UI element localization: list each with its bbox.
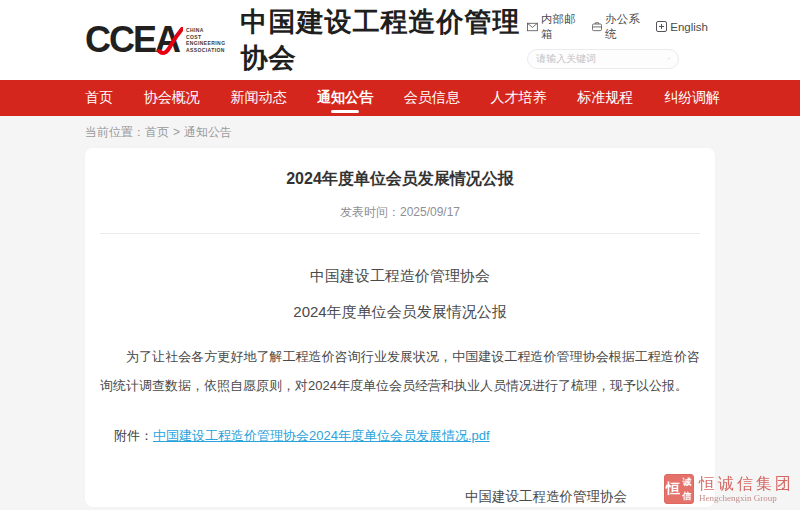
search-input[interactable] [536, 53, 668, 64]
internal-mail-link[interactable]: 内部邮箱 [527, 12, 579, 42]
nav-item-standards[interactable]: 标准规程 [577, 80, 633, 116]
internal-mail-label: 内部邮箱 [541, 12, 579, 42]
article-meta: 发表时间：2025/09/17 [100, 204, 700, 221]
attachment-label: 附件： [114, 428, 153, 443]
document-heading-org: 中国建设工程造价管理协会 [100, 267, 700, 286]
nav-item-notices[interactable]: 通知公告 [317, 80, 373, 116]
search-icon[interactable] [668, 52, 670, 65]
article-card: 2024年度单位会员发展情况公报 发表时间：2025/09/17 中国建设工程造… [85, 148, 715, 507]
seal-char-top: 诚 [683, 478, 692, 487]
attachment-pdf-link[interactable]: 中国建设工程造价管理协会2024年度单位会员发展情况.pdf [153, 428, 490, 443]
english-link[interactable]: English [656, 21, 708, 33]
briefcase-icon [592, 21, 602, 32]
seal-char-bottom: 信 [683, 492, 692, 501]
site-header: CCEA CHINA COST ENGINEERING ASSOCIATION … [0, 0, 800, 80]
logo-swoosh-icon [157, 27, 183, 57]
english-label: English [670, 21, 708, 33]
nav-item-association-overview[interactable]: 协会概况 [144, 80, 200, 116]
logo-acronym: CCEA [85, 22, 179, 58]
nav-item-news[interactable]: 新闻动态 [230, 80, 286, 116]
meta-divider [100, 233, 700, 234]
nav-item-dispute-mediation[interactable]: 纠纷调解 [664, 80, 720, 116]
breadcrumb-home-link[interactable]: 首页 [145, 125, 169, 139]
seal-char-main: 恒 [666, 480, 680, 498]
utility-links: 内部邮箱 办公系统 English [527, 12, 708, 42]
office-system-link[interactable]: 办公系统 [592, 12, 643, 42]
main-nav: 首页 协会概况 新闻动态 通知公告 会员信息 人才培养 标准规程 纠纷调解 [0, 80, 800, 116]
nav-item-home[interactable]: 首页 [85, 80, 113, 116]
watermark-text: 恒诚信集团 Hengchengxin Group [699, 475, 794, 503]
hengchengxin-seal-icon: 恒 诚 信 [664, 474, 694, 504]
search-box[interactable] [527, 49, 679, 69]
publish-time-value: 2025/09/17 [400, 205, 460, 219]
signature-block: 中国建设工程造价管理协会 2025年9月17日 [426, 483, 666, 510]
header-right: 内部邮箱 办公系统 English [527, 12, 708, 69]
attachment-row: 附件：中国建设工程造价管理协会2024年度单位会员发展情况.pdf [100, 427, 700, 445]
watermark-name: 恒诚信集团 [699, 475, 794, 493]
site-title: 中国建设工程造价管理协会 [240, 4, 527, 76]
logo-subtext: CHINA COST ENGINEERING ASSOCIATION [186, 27, 225, 53]
office-system-label: 办公系统 [605, 12, 643, 42]
nav-item-talent-training[interactable]: 人才培养 [491, 80, 547, 116]
article-title: 2024年度单位会员发展情况公报 [100, 169, 700, 190]
signature-org: 中国建设工程造价管理协会 [426, 483, 666, 510]
breadcrumb-current: 通知公告 [184, 125, 232, 139]
document-heading-title: 2024年度单位会员发展情况公报 [100, 303, 700, 322]
hengchengxin-watermark: 恒 诚 信 恒诚信集团 Hengchengxin Group [664, 474, 794, 504]
site-logo[interactable]: CCEA CHINA COST ENGINEERING ASSOCIATION … [85, 4, 527, 76]
book-icon [656, 21, 667, 32]
article-paragraph: 为了让社会各方更好地了解工程造价咨询行业发展状况，中国建设工程造价管理协会根据工… [100, 342, 700, 400]
breadcrumb-label: 当前位置： [85, 125, 145, 139]
envelope-icon [527, 22, 538, 32]
breadcrumb-separator: > [173, 125, 180, 139]
watermark-name-en: Hengchengxin Group [699, 493, 794, 503]
nav-item-member-info[interactable]: 会员信息 [404, 80, 460, 116]
publish-time-label: 发表时间： [340, 205, 400, 219]
breadcrumb: 当前位置：首页>通知公告 [85, 124, 800, 141]
